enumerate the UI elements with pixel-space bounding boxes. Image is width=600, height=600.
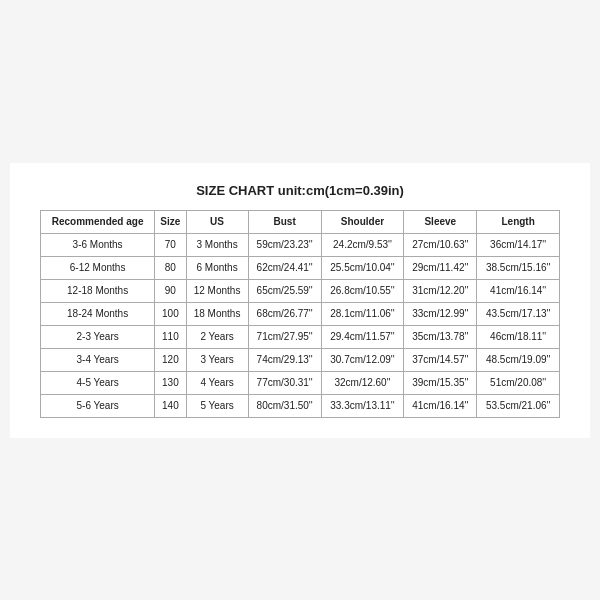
- table-cell: 80cm/31.50'': [248, 394, 321, 417]
- table-row: 18-24 Months10018 Months68cm/26.77''28.1…: [41, 302, 560, 325]
- table-cell: 25.5cm/10.04'': [321, 256, 404, 279]
- table-cell: 110: [155, 325, 186, 348]
- size-table: Recommended ageSizeUSBustShoulderSleeveL…: [40, 210, 560, 418]
- table-cell: 3 Years: [186, 348, 248, 371]
- table-cell: 5 Years: [186, 394, 248, 417]
- table-cell: 35cm/13.78'': [404, 325, 477, 348]
- table-cell: 53.5cm/21.06'': [477, 394, 560, 417]
- table-cell: 74cm/29.13'': [248, 348, 321, 371]
- table-cell: 37cm/14.57'': [404, 348, 477, 371]
- table-cell: 46cm/18.11'': [477, 325, 560, 348]
- table-header-row: Recommended ageSizeUSBustShoulderSleeveL…: [41, 210, 560, 233]
- table-cell: 62cm/24.41'': [248, 256, 321, 279]
- column-header: Length: [477, 210, 560, 233]
- column-header: Recommended age: [41, 210, 155, 233]
- table-cell: 51cm/20.08'': [477, 371, 560, 394]
- table-cell: 65cm/25.59'': [248, 279, 321, 302]
- table-cell: 33cm/12.99'': [404, 302, 477, 325]
- table-cell: 31cm/12.20'': [404, 279, 477, 302]
- table-cell: 6-12 Months: [41, 256, 155, 279]
- table-cell: 28.1cm/11.06'': [321, 302, 404, 325]
- column-header: Shoulder: [321, 210, 404, 233]
- table-cell: 120: [155, 348, 186, 371]
- table-cell: 41cm/16.14'': [404, 394, 477, 417]
- table-cell: 29cm/11.42'': [404, 256, 477, 279]
- column-header: US: [186, 210, 248, 233]
- column-header: Sleeve: [404, 210, 477, 233]
- table-cell: 80: [155, 256, 186, 279]
- table-cell: 39cm/15.35'': [404, 371, 477, 394]
- table-cell: 6 Months: [186, 256, 248, 279]
- table-row: 6-12 Months806 Months62cm/24.41''25.5cm/…: [41, 256, 560, 279]
- table-row: 3-4 Years1203 Years74cm/29.13''30.7cm/12…: [41, 348, 560, 371]
- table-cell: 48.5cm/19.09'': [477, 348, 560, 371]
- table-cell: 70: [155, 233, 186, 256]
- table-row: 2-3 Years1102 Years71cm/27.95''29.4cm/11…: [41, 325, 560, 348]
- table-cell: 12 Months: [186, 279, 248, 302]
- table-cell: 59cm/23.23'': [248, 233, 321, 256]
- table-cell: 27cm/10.63'': [404, 233, 477, 256]
- chart-title: SIZE CHART unit:cm(1cm=0.39in): [40, 183, 560, 198]
- table-cell: 71cm/27.95'': [248, 325, 321, 348]
- table-row: 12-18 Months9012 Months65cm/25.59''26.8c…: [41, 279, 560, 302]
- table-cell: 130: [155, 371, 186, 394]
- table-cell: 2 Years: [186, 325, 248, 348]
- table-cell: 36cm/14.17'': [477, 233, 560, 256]
- table-cell: 18-24 Months: [41, 302, 155, 325]
- table-cell: 140: [155, 394, 186, 417]
- table-cell: 68cm/26.77'': [248, 302, 321, 325]
- table-cell: 77cm/30.31'': [248, 371, 321, 394]
- table-cell: 4 Years: [186, 371, 248, 394]
- table-cell: 30.7cm/12.09'': [321, 348, 404, 371]
- table-cell: 3-4 Years: [41, 348, 155, 371]
- table-cell: 100: [155, 302, 186, 325]
- table-cell: 33.3cm/13.11'': [321, 394, 404, 417]
- table-cell: 32cm/12.60'': [321, 371, 404, 394]
- table-row: 4-5 Years1304 Years77cm/30.31''32cm/12.6…: [41, 371, 560, 394]
- table-cell: 18 Months: [186, 302, 248, 325]
- table-cell: 3 Months: [186, 233, 248, 256]
- table-cell: 12-18 Months: [41, 279, 155, 302]
- table-cell: 2-3 Years: [41, 325, 155, 348]
- table-cell: 26.8cm/10.55'': [321, 279, 404, 302]
- table-cell: 24.2cm/9.53'': [321, 233, 404, 256]
- table-cell: 43.5cm/17.13'': [477, 302, 560, 325]
- table-cell: 3-6 Months: [41, 233, 155, 256]
- table-cell: 29.4cm/11.57'': [321, 325, 404, 348]
- table-body: 3-6 Months703 Months59cm/23.23''24.2cm/9…: [41, 233, 560, 417]
- table-cell: 90: [155, 279, 186, 302]
- column-header: Size: [155, 210, 186, 233]
- table-cell: 4-5 Years: [41, 371, 155, 394]
- table-cell: 5-6 Years: [41, 394, 155, 417]
- table-cell: 38.5cm/15.16'': [477, 256, 560, 279]
- column-header: Bust: [248, 210, 321, 233]
- table-row: 5-6 Years1405 Years80cm/31.50''33.3cm/13…: [41, 394, 560, 417]
- table-cell: 41cm/16.14'': [477, 279, 560, 302]
- size-chart-container: SIZE CHART unit:cm(1cm=0.39in) Recommend…: [10, 163, 590, 438]
- table-row: 3-6 Months703 Months59cm/23.23''24.2cm/9…: [41, 233, 560, 256]
